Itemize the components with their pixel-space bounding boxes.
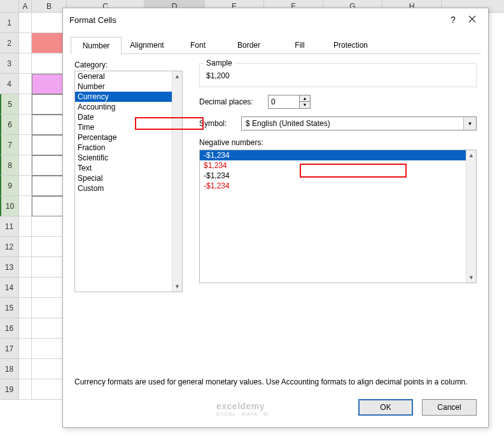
cell-B11[interactable] xyxy=(32,216,67,237)
spinner-down-icon[interactable]: ▼ xyxy=(300,102,310,108)
symbol-combo[interactable]: $ English (United States) ▼ xyxy=(241,116,477,130)
cell-B6[interactable] xyxy=(32,115,67,135)
cell-A12[interactable] xyxy=(19,237,32,257)
row-header-6[interactable]: 6 xyxy=(0,115,19,135)
row-header-17[interactable]: 17 xyxy=(0,339,19,359)
category-item-date[interactable]: Date xyxy=(75,112,182,122)
cell-B5[interactable] xyxy=(32,94,67,115)
cell-A9[interactable] xyxy=(19,176,32,196)
row-header-19[interactable]: 19 xyxy=(0,379,19,400)
cell-B10[interactable] xyxy=(32,196,67,216)
tab-alignment[interactable]: Alignment xyxy=(122,36,172,53)
cell-B7[interactable] xyxy=(32,135,67,155)
cancel-button[interactable]: Cancel xyxy=(422,399,477,416)
cell-A18[interactable] xyxy=(19,359,32,379)
negative-item-0[interactable]: -$1,234 xyxy=(200,150,476,160)
row-header-18[interactable]: 18 xyxy=(0,359,19,379)
cell-B15[interactable] xyxy=(32,298,67,318)
category-item-general[interactable]: General xyxy=(75,71,182,81)
cell-B12[interactable] xyxy=(32,237,67,257)
cell-B4[interactable] xyxy=(32,74,67,94)
row-header-13[interactable]: 13 xyxy=(0,257,19,278)
spinner-up-icon[interactable]: ▲ xyxy=(300,95,310,102)
row-header-9[interactable]: 9 xyxy=(0,176,19,196)
scroll-down-icon[interactable]: ▼ xyxy=(466,272,476,283)
scroll-up-icon[interactable]: ▲ xyxy=(466,150,476,160)
cell-B19[interactable] xyxy=(32,379,67,400)
cell-B1[interactable] xyxy=(32,13,67,33)
cell-A19[interactable] xyxy=(19,379,32,400)
cell-A11[interactable] xyxy=(19,216,32,237)
category-item-currency[interactable]: Currency xyxy=(75,92,182,102)
row-header-1[interactable]: 1 xyxy=(0,13,19,33)
cell-A7[interactable] xyxy=(19,135,32,155)
tab-fill[interactable]: Fill xyxy=(274,36,325,53)
cell-A13[interactable] xyxy=(19,257,32,278)
category-item-text[interactable]: Text xyxy=(75,163,182,173)
row-header-5[interactable]: 5 xyxy=(0,94,19,115)
cell-A4[interactable] xyxy=(19,74,32,94)
chevron-down-icon[interactable]: ▼ xyxy=(463,117,476,130)
row-header-12[interactable]: 12 xyxy=(0,237,19,257)
category-item-special[interactable]: Special xyxy=(75,173,182,183)
col-header-A[interactable]: A xyxy=(19,0,32,12)
cell-B2[interactable] xyxy=(32,33,67,53)
negative-numbers-listbox[interactable]: -$1,234$1,234-$1,234-$1,234 ▲ ▼ xyxy=(199,150,477,283)
category-item-fraction[interactable]: Fraction xyxy=(75,143,182,153)
row-header-2[interactable]: 2 xyxy=(0,33,19,53)
cell-A6[interactable] xyxy=(19,115,32,135)
tab-protection[interactable]: Protection xyxy=(325,36,376,53)
cell-B13[interactable] xyxy=(32,257,67,278)
close-button[interactable] xyxy=(463,15,482,25)
select-all-corner[interactable] xyxy=(0,0,19,12)
category-item-percentage[interactable]: Percentage xyxy=(75,132,182,143)
cell-A8[interactable] xyxy=(19,155,32,176)
decimal-input[interactable] xyxy=(269,95,299,108)
scroll-down-icon[interactable]: ▼ xyxy=(172,281,182,292)
tab-font[interactable]: Font xyxy=(172,36,223,53)
cell-B3[interactable] xyxy=(32,53,67,74)
category-item-accounting[interactable]: Accounting xyxy=(75,102,182,112)
cell-B17[interactable] xyxy=(32,339,67,359)
category-scrollbar[interactable]: ▲ ▼ xyxy=(172,71,182,292)
cell-A3[interactable] xyxy=(19,53,32,74)
category-item-time[interactable]: Time xyxy=(75,122,182,132)
row-header-11[interactable]: 11 xyxy=(0,216,19,237)
row-header-15[interactable]: 15 xyxy=(0,298,19,318)
row-header-3[interactable]: 3 xyxy=(0,53,19,74)
cell-A10[interactable] xyxy=(19,196,32,216)
cell-A1[interactable] xyxy=(19,13,32,33)
cell-B8[interactable] xyxy=(32,155,67,176)
cell-A17[interactable] xyxy=(19,339,32,359)
cell-B16[interactable] xyxy=(32,318,67,339)
row-header-14[interactable]: 14 xyxy=(0,278,19,298)
help-button[interactable]: ? xyxy=(444,15,463,25)
cell-A16[interactable] xyxy=(19,318,32,339)
negative-item-2[interactable]: -$1,234 xyxy=(200,171,476,181)
cell-B18[interactable] xyxy=(32,359,67,379)
ok-button[interactable]: OK xyxy=(358,399,413,416)
cell-A2[interactable] xyxy=(19,33,32,53)
category-item-number[interactable]: Number xyxy=(75,81,182,92)
tab-number[interactable]: Number xyxy=(71,37,122,54)
decimal-spinner[interactable]: ▲ ▼ xyxy=(268,95,311,109)
row-header-4[interactable]: 4 xyxy=(0,74,19,94)
row-header-10[interactable]: 10 xyxy=(0,196,19,216)
row-header-16[interactable]: 16 xyxy=(0,318,19,339)
row-header-8[interactable]: 8 xyxy=(0,155,19,176)
cell-A14[interactable] xyxy=(19,278,32,298)
tab-border[interactable]: Border xyxy=(223,36,274,53)
negative-item-1[interactable]: $1,234 xyxy=(200,160,476,171)
category-item-custom[interactable]: Custom xyxy=(75,183,182,193)
negative-scrollbar[interactable]: ▲ ▼ xyxy=(466,150,476,283)
col-header-B[interactable]: B xyxy=(32,0,67,12)
scroll-up-icon[interactable]: ▲ xyxy=(172,71,182,81)
cell-B14[interactable] xyxy=(32,278,67,298)
negative-item-3[interactable]: -$1,234 xyxy=(200,181,476,191)
cell-B9[interactable] xyxy=(32,176,67,196)
cell-A15[interactable] xyxy=(19,298,32,318)
cell-A5[interactable] xyxy=(19,94,32,115)
category-item-scientific[interactable]: Scientific xyxy=(75,153,182,163)
row-header-7[interactable]: 7 xyxy=(0,135,19,155)
category-listbox[interactable]: GeneralNumberCurrencyAccountingDateTimeP… xyxy=(74,71,183,292)
